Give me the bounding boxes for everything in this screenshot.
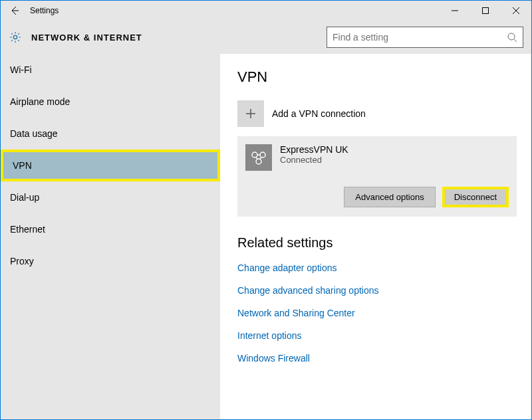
window-title: Settings xyxy=(30,6,59,15)
related-settings: Related settings Change adapter options … xyxy=(237,235,531,364)
search-icon xyxy=(507,32,517,43)
svg-point-4 xyxy=(260,152,265,158)
sidebar: Wi-Fi Airplane mode Data usage VPN Dial-… xyxy=(1,54,220,419)
svg-point-1 xyxy=(13,35,17,39)
sidebar-item-label: Wi-Fi xyxy=(10,64,32,75)
search-input[interactable] xyxy=(332,32,507,43)
settings-window: Settings NETWORK & INTERNET xyxy=(0,0,532,420)
vpn-status: Connected xyxy=(280,155,348,165)
sidebar-item-data-usage[interactable]: Data usage xyxy=(1,118,220,150)
link-change-advanced-sharing-options[interactable]: Change advanced sharing options xyxy=(237,285,531,296)
add-vpn-connection[interactable]: Add a VPN connection xyxy=(237,100,531,127)
sidebar-item-label: Proxy xyxy=(10,256,34,266)
svg-rect-0 xyxy=(483,8,489,14)
related-title: Related settings xyxy=(237,235,531,251)
svg-point-3 xyxy=(252,152,257,158)
vpn-entry[interactable]: ExpressVPN UK Connected Advanced options… xyxy=(237,136,517,217)
sidebar-item-label: VPN xyxy=(13,160,32,171)
back-button[interactable] xyxy=(5,1,25,21)
sidebar-item-ethernet[interactable]: Ethernet xyxy=(1,213,220,245)
disconnect-button[interactable]: Disconnect xyxy=(442,187,509,207)
plus-icon xyxy=(237,100,264,127)
link-windows-firewall[interactable]: Windows Firewall xyxy=(237,353,531,364)
gear-icon xyxy=(9,31,22,44)
sidebar-item-proxy[interactable]: Proxy xyxy=(1,245,220,277)
svg-point-2 xyxy=(508,33,515,40)
link-internet-options[interactable]: Internet options xyxy=(237,330,531,341)
page-title: VPN xyxy=(237,68,531,86)
svg-point-5 xyxy=(256,159,261,164)
minimize-button[interactable] xyxy=(440,1,470,21)
sidebar-item-label: Airplane mode xyxy=(10,96,70,107)
advanced-options-button[interactable]: Advanced options xyxy=(344,187,435,207)
header-heading: NETWORK & INTERNET xyxy=(31,33,142,43)
vpn-network-icon xyxy=(245,144,272,171)
add-vpn-label: Add a VPN connection xyxy=(272,108,366,119)
sidebar-item-airplane-mode[interactable]: Airplane mode xyxy=(1,86,220,118)
search-box[interactable] xyxy=(327,27,523,48)
sidebar-item-wifi[interactable]: Wi-Fi xyxy=(1,54,220,86)
sidebar-item-vpn[interactable]: VPN xyxy=(1,150,220,181)
sidebar-item-dialup[interactable]: Dial-up xyxy=(1,181,220,213)
sidebar-item-label: Ethernet xyxy=(10,224,45,235)
link-change-adapter-options[interactable]: Change adapter options xyxy=(237,262,531,273)
vpn-name: ExpressVPN UK xyxy=(280,144,348,155)
body: Wi-Fi Airplane mode Data usage VPN Dial-… xyxy=(1,54,531,419)
close-button[interactable] xyxy=(501,1,531,21)
sidebar-item-label: Data usage xyxy=(10,128,58,139)
header: NETWORK & INTERNET xyxy=(1,21,531,54)
sidebar-item-label: Dial-up xyxy=(10,192,39,203)
main-panel: VPN Add a VPN connection xyxy=(220,54,531,419)
maximize-button[interactable] xyxy=(470,1,501,21)
link-network-sharing-center[interactable]: Network and Sharing Center xyxy=(237,308,531,318)
titlebar: Settings xyxy=(1,1,531,21)
